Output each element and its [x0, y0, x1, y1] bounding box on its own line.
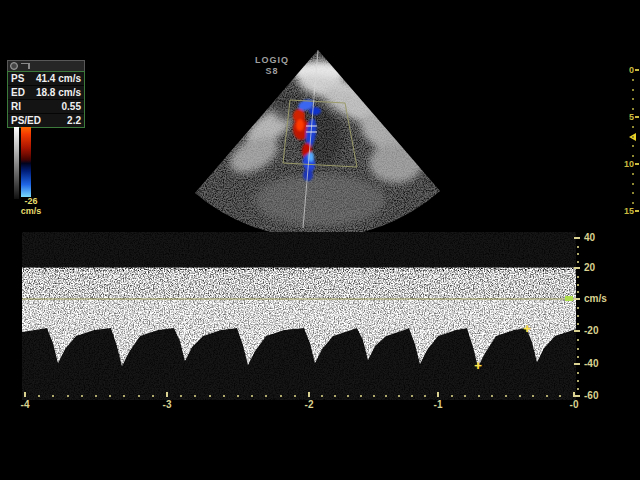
time-minor-tick — [67, 395, 69, 397]
measurement-table: PS 41.4 cm/s ED 18.8 cm/s RI 0.55 PS/ED … — [7, 71, 85, 128]
time-minor-tick — [532, 395, 534, 397]
depth-minor-tick — [632, 183, 634, 185]
color-scale-unit: cm/s — [13, 206, 49, 216]
time-minor-tick — [491, 395, 493, 397]
velocity-minor-tick — [577, 339, 579, 341]
measurement-label: PS/ED — [11, 115, 41, 126]
trackball-icon — [10, 62, 18, 70]
time-minor-tick — [123, 395, 125, 397]
depth-major-tick — [635, 163, 639, 165]
time-minor-tick — [373, 395, 375, 397]
velocity-minor-tick — [577, 380, 579, 382]
time-tick-label: -0 — [570, 399, 579, 410]
measurement-label: PS — [11, 73, 24, 84]
time-minor-tick — [81, 395, 83, 397]
time-major-tick — [24, 392, 26, 397]
velocity-major-tick — [574, 363, 580, 365]
velocity-tick-label: cm/s — [584, 293, 607, 304]
time-minor-tick — [347, 395, 349, 397]
caliper-ed[interactable]: + — [523, 321, 531, 336]
measurement-value: 18.8 cm/s — [36, 87, 81, 98]
color-scale-min-value: -26 — [13, 196, 49, 206]
depth-minor-tick — [632, 192, 634, 194]
measurement-row-ps: PS 41.4 cm/s — [8, 72, 84, 86]
time-minor-tick — [223, 395, 225, 397]
velocity-minor-tick — [577, 356, 579, 358]
depth-minor-tick — [632, 202, 634, 204]
time-minor-tick — [251, 395, 253, 397]
time-minor-tick — [109, 395, 111, 397]
time-minor-tick — [152, 395, 154, 397]
measurement-label: RI — [11, 101, 21, 112]
time-minor-tick — [505, 395, 507, 397]
velocity-major-tick — [574, 298, 580, 300]
spectral-doppler-plot — [22, 232, 576, 400]
depth-minor-tick — [632, 136, 634, 138]
time-minor-tick — [209, 395, 211, 397]
velocity-major-tick — [574, 237, 580, 239]
depth-major-tick — [635, 69, 639, 71]
baseline-marker[interactable] — [565, 296, 573, 301]
time-minor-tick — [519, 395, 521, 397]
time-tick-label: -2 — [305, 399, 314, 410]
velocity-tick-label: 20 — [584, 262, 595, 273]
device-brand-label: LOGIQ S8 — [250, 55, 294, 77]
brand-line2: S8 — [250, 66, 294, 77]
time-minor-tick — [398, 395, 400, 397]
measurement-row-psed: PS/ED 2.2 — [8, 114, 84, 127]
time-minor-tick — [385, 395, 387, 397]
time-minor-tick — [546, 395, 548, 397]
caliper-ps[interactable]: + — [474, 358, 482, 373]
time-minor-tick — [294, 395, 296, 397]
time-tick-label: -1 — [434, 399, 443, 410]
measurement-panel: PS 41.4 cm/s ED 18.8 cm/s RI 0.55 PS/ED … — [7, 60, 85, 128]
time-major-tick — [166, 392, 168, 397]
time-tick-label: -4 — [21, 399, 30, 410]
color-doppler-scale-bar — [21, 127, 31, 197]
time-minor-tick — [559, 395, 561, 397]
time-minor-tick — [321, 395, 323, 397]
depth-minor-tick — [632, 79, 634, 81]
time-tick-label: -3 — [163, 399, 172, 410]
measurement-row-ed: ED 18.8 cm/s — [8, 86, 84, 100]
ultrasound-screen: PS 41.4 cm/s ED 18.8 cm/s RI 0.55 PS/ED … — [0, 0, 640, 480]
velocity-tick-label: -40 — [584, 358, 598, 369]
time-minor-tick — [411, 395, 413, 397]
depth-major-tick — [635, 116, 639, 118]
velocity-minor-tick — [577, 284, 579, 286]
depth-minor-tick — [632, 155, 634, 157]
velocity-tick-label: -20 — [584, 325, 598, 336]
bmode-sector-image — [170, 45, 470, 235]
depth-minor-tick — [632, 126, 634, 128]
depth-tick-label: 5 — [620, 112, 634, 122]
time-minor-tick — [237, 395, 239, 397]
time-minor-tick — [52, 395, 54, 397]
measurement-value: 2.2 — [67, 115, 81, 126]
time-minor-tick — [180, 395, 182, 397]
velocity-minor-tick — [577, 261, 579, 263]
velocity-minor-tick — [577, 323, 579, 325]
color-scale-label: -26 cm/s — [13, 196, 49, 216]
measurement-label: ED — [11, 87, 25, 98]
velocity-minor-tick — [577, 291, 579, 293]
time-major-tick — [308, 392, 310, 397]
measurement-panel-header — [7, 60, 85, 71]
grayscale-bar — [14, 127, 19, 199]
time-major-tick — [437, 392, 439, 397]
velocity-tick-label: -60 — [584, 390, 598, 401]
time-minor-tick — [478, 395, 480, 397]
velocity-tick-label: 40 — [584, 232, 595, 243]
time-minor-tick — [280, 395, 282, 397]
depth-tick-label: 0 — [620, 65, 634, 75]
time-minor-tick — [464, 395, 466, 397]
velocity-minor-tick — [577, 315, 579, 317]
velocity-major-tick — [574, 267, 580, 269]
velocity-minor-tick — [577, 307, 579, 309]
velocity-minor-tick — [577, 253, 579, 255]
time-minor-tick — [138, 395, 140, 397]
time-minor-tick — [38, 395, 40, 397]
time-minor-tick — [265, 395, 267, 397]
velocity-minor-tick — [577, 372, 579, 374]
time-major-tick — [573, 392, 575, 397]
measurement-row-ri: RI 0.55 — [8, 100, 84, 114]
